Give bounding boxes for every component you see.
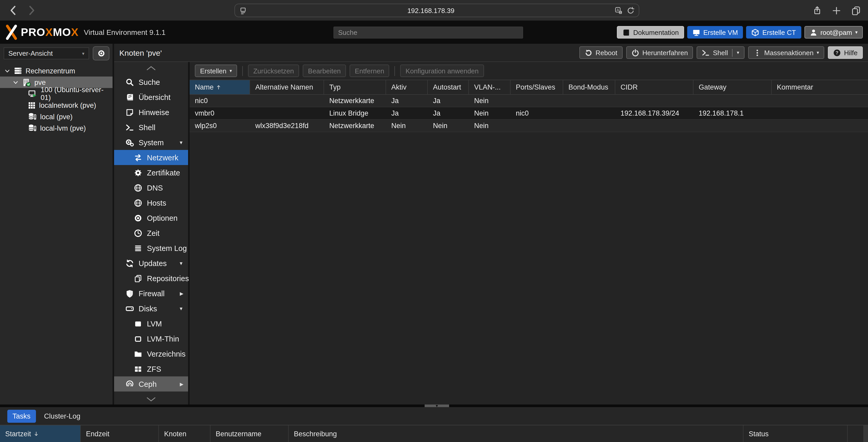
remove-button[interactable]: Entfernen: [350, 65, 390, 77]
menu-item-dns[interactable]: DNS: [114, 180, 188, 195]
sort-desc-icon: [33, 430, 39, 437]
browser-url[interactable]: 192.168.178.39: [247, 6, 615, 14]
tab-tasks[interactable]: Tasks: [7, 409, 36, 422]
column-header-beschreibung[interactable]: Beschreibung: [289, 426, 743, 442]
column-header-autostart[interactable]: Autostart: [428, 80, 469, 94]
apply-configuration-button[interactable]: Konfiguration anwenden: [400, 65, 484, 77]
panel-splitter[interactable]: ▼: [0, 405, 868, 407]
page-format-icon[interactable]: [239, 6, 247, 14]
menu-item-shell[interactable]: Shell: [114, 120, 188, 135]
shutdown-button[interactable]: Herunterfahren: [626, 46, 693, 59]
chevron-right-icon[interactable]: ▶: [180, 381, 183, 386]
column-header-startzeit[interactable]: Startzeit: [0, 426, 81, 442]
menu-scroll-up[interactable]: [114, 62, 188, 74]
column-label: Alternative Namen: [255, 83, 313, 91]
chevron-down-icon[interactable]: ▾: [737, 50, 739, 55]
menu-item-verzeichnis[interactable]: Verzeichnis: [114, 346, 188, 361]
menu-item-hinweise[interactable]: Hinweise: [114, 105, 188, 120]
menu-item-ceph[interactable]: Ceph▶: [114, 376, 188, 392]
menu-item-lvm[interactable]: LVM: [114, 316, 188, 331]
translate-icon[interactable]: A文: [615, 6, 623, 14]
browser-back-icon[interactable]: [7, 4, 19, 16]
tree-item-rechenzentrum[interactable]: Rechenzentrum: [0, 65, 113, 76]
menu-item-label: Firewall: [138, 289, 165, 298]
bulk-actions-button[interactable]: Massenaktionen ▾: [748, 46, 824, 59]
certificate-icon: [134, 168, 142, 177]
column-header-kommentar[interactable]: Kommentar: [772, 80, 868, 94]
menu-item-system[interactable]: System▼: [114, 135, 188, 150]
menu-item-optionen[interactable]: Optionen: [114, 210, 188, 226]
chevron-down-icon[interactable]: ▼: [179, 140, 183, 145]
help-button[interactable]: ? Hilfe: [828, 46, 863, 59]
reboot-button[interactable]: Reboot: [579, 46, 623, 59]
browser-forward-icon[interactable]: [26, 4, 37, 16]
menu-item-label: LVM: [147, 319, 162, 328]
menu-item-hosts[interactable]: Hosts: [114, 195, 188, 210]
menu-item-zertifikate[interactable]: Zertifikate: [114, 165, 188, 180]
tree-item-vm-100[interactable]: 100 (Ubuntu-server-01): [0, 88, 113, 99]
menu-item-firewall[interactable]: Firewall▶: [114, 286, 188, 301]
menu-item-label: Übersicht: [138, 93, 170, 101]
tree-item-local-lvm[interactable]: local-lvm (pve): [0, 122, 113, 134]
reload-icon[interactable]: [627, 6, 634, 14]
chevron-down-icon[interactable]: [4, 67, 10, 75]
column-header-aktiv[interactable]: Aktiv: [386, 80, 428, 94]
tree-item-local[interactable]: local (pve): [0, 111, 113, 122]
table-row[interactable]: vmbr0 Linux Bridge Ja Ja Nein nic0 192.1…: [190, 107, 868, 120]
new-tab-icon[interactable]: [832, 6, 841, 15]
page-title: Knoten 'pve': [119, 48, 162, 57]
column-header-endzeit[interactable]: Endzeit: [81, 426, 159, 442]
column-header-benutzername[interactable]: Benutzername: [211, 426, 289, 442]
create-vm-button[interactable]: Erstelle VM: [687, 26, 743, 38]
tab-overview-icon[interactable]: [851, 6, 861, 15]
menu-scroll-down[interactable]: [114, 393, 188, 406]
task-table-header: Startzeit Endzeit Knoten Benutzername Be…: [0, 425, 868, 442]
column-header-ports-slaves[interactable]: Ports/Slaves: [510, 80, 563, 94]
menu-item-zeit[interactable]: Zeit: [114, 226, 188, 240]
table-row[interactable]: wlp2s0 wlx38f9d3e218fd Netzwerkkarte Nei…: [190, 120, 868, 132]
menu-item-updates[interactable]: Updates▼: [114, 256, 188, 271]
menu-item-uebersicht[interactable]: Übersicht: [114, 90, 188, 105]
table-row[interactable]: nic0 Netzwerkkarte Ja Ja Nein: [190, 95, 868, 107]
column-header-cidr[interactable]: CIDR: [615, 80, 693, 94]
create-ct-button[interactable]: Erstelle CT: [746, 26, 801, 38]
chevron-down-icon[interactable]: ▼: [179, 306, 183, 311]
chevron-down-icon[interactable]: [12, 78, 19, 86]
user-menu-button[interactable]: root@pam ▾: [804, 26, 863, 38]
documentation-button[interactable]: Dokumentation: [617, 26, 684, 38]
column-header-status[interactable]: Status: [743, 426, 848, 442]
view-selector[interactable]: Server-Ansicht ▾: [4, 47, 89, 59]
tree-item-localnetwork[interactable]: localnetwork (pve): [0, 99, 113, 111]
column-header-alternative-namen[interactable]: Alternative Namen: [250, 80, 324, 94]
menu-item-suche[interactable]: Suche: [114, 74, 188, 90]
edit-button[interactable]: Bearbeiten: [303, 65, 346, 77]
menu-item-netzwerk[interactable]: Netzwerk: [114, 150, 188, 165]
tree-settings-button[interactable]: [93, 46, 110, 60]
create-button[interactable]: Erstellen ▾: [195, 65, 237, 77]
resource-tree-sidebar: Server-Ansicht ▾ Rechenzentrum pve: [0, 44, 114, 405]
chevron-right-icon[interactable]: ▶: [180, 291, 183, 296]
scrollbar-track[interactable]: [864, 426, 868, 442]
revert-button[interactable]: Zurücksetzen: [248, 65, 299, 77]
tab-label: Cluster-Log: [44, 412, 81, 420]
share-icon[interactable]: [813, 6, 822, 15]
column-header-name[interactable]: Name: [190, 80, 250, 94]
menu-item-system-log[interactable]: System Log: [114, 240, 188, 256]
column-header-bond-modus[interactable]: Bond-Modus: [563, 80, 615, 94]
browser-url-bar[interactable]: 192.168.178.39 A文: [235, 4, 639, 17]
splitter-collapse-handle[interactable]: ▼: [425, 405, 449, 407]
node-panel: Knoten 'pve' Reboot Herunterfahren Shell: [114, 44, 868, 405]
global-search-input[interactable]: [334, 27, 523, 38]
tab-cluster-log[interactable]: Cluster-Log: [44, 412, 81, 420]
chevron-down-icon[interactable]: ▼: [179, 261, 183, 266]
column-header-knoten[interactable]: Knoten: [159, 426, 211, 442]
menu-item-lvm-thin[interactable]: LVM-Thin: [114, 331, 188, 346]
column-header-gateway[interactable]: Gateway: [693, 80, 772, 94]
menu-item-disks[interactable]: Disks▼: [114, 301, 188, 316]
column-header-vlan[interactable]: VLAN-...: [469, 80, 510, 94]
column-header-typ[interactable]: Typ: [324, 80, 386, 94]
menu-item-repositories[interactable]: Repositories: [114, 271, 188, 286]
cell-gateway: 192.168.178.1: [693, 109, 772, 117]
shell-button[interactable]: Shell ▾: [697, 46, 745, 59]
menu-item-zfs[interactable]: ZFS: [114, 361, 188, 376]
